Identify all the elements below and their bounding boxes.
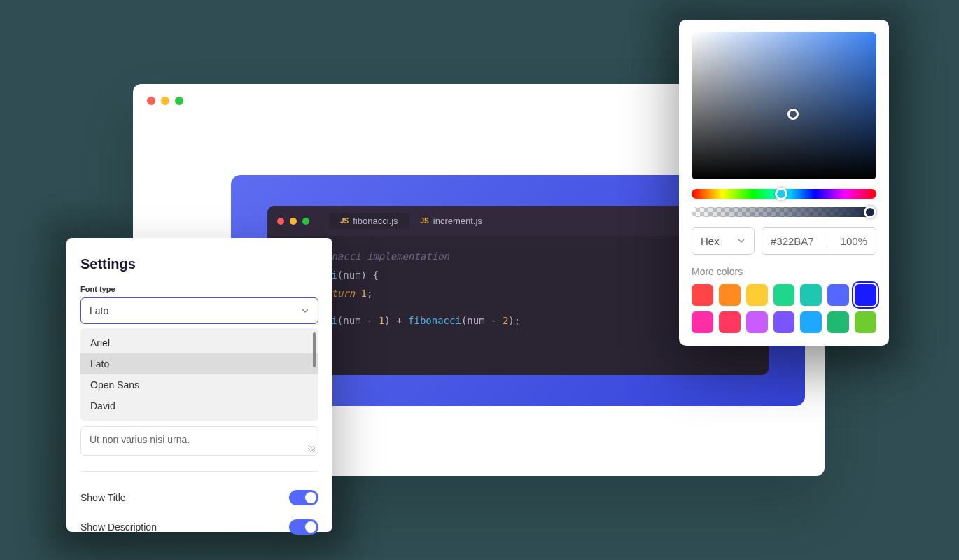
settings-panel: Settings Font type Lato Ariel Lato Open …	[66, 238, 332, 532]
color-swatch[interactable]	[692, 284, 713, 306]
font-type-label: Font type	[80, 285, 318, 293]
tab-increment[interactable]: JS increment.js	[410, 213, 493, 229]
color-swatch[interactable]	[774, 312, 795, 333]
toggle-label: Show Description	[80, 522, 157, 533]
chevron-down-icon	[737, 237, 746, 245]
toggle-label: Show Title	[80, 492, 126, 503]
show-description-toggle[interactable]	[289, 519, 318, 535]
hue-slider[interactable]	[692, 189, 876, 199]
close-icon[interactable]	[147, 97, 155, 105]
font-select[interactable]: Lato	[80, 298, 318, 324]
color-swatch[interactable]	[800, 312, 822, 333]
color-swatch[interactable]	[800, 284, 822, 306]
color-swatch[interactable]	[746, 284, 768, 306]
tab-label: increment.js	[433, 216, 482, 226]
hex-input[interactable]: #322BA7 100%	[762, 227, 876, 255]
color-picker: Hex #322BA7 100% More colors	[679, 20, 889, 346]
swatch-grid	[692, 284, 876, 333]
saturation-brightness-area[interactable]	[692, 32, 876, 179]
hex-value: #322BA7	[771, 235, 814, 247]
editor-tabs: JS fibonacci.js JS increment.js	[329, 213, 493, 229]
chevron-down-icon	[301, 307, 309, 315]
font-dropdown: Ariel Lato Open Sans David	[80, 328, 318, 421]
font-option-open-sans[interactable]: Open Sans	[80, 374, 318, 396]
color-swatch[interactable]	[774, 284, 795, 306]
editor-maximize-icon[interactable]	[302, 218, 309, 225]
tab-label: fibonacci.js	[353, 216, 398, 226]
preview-textarea[interactable]: Ut non varius nisi urna.	[80, 426, 318, 456]
color-mode-value: Hex	[701, 235, 720, 247]
code-token: );	[508, 315, 520, 326]
font-select-value: Lato	[90, 305, 108, 316]
alpha-slider[interactable]	[692, 207, 876, 217]
color-swatch[interactable]	[827, 312, 849, 333]
color-swatch[interactable]	[855, 312, 876, 333]
color-mode-select[interactable]: Hex	[692, 227, 755, 255]
preview-text: Ut non varius nisi urna.	[90, 434, 190, 445]
code-token: (num) {	[337, 270, 379, 281]
alpha-thumb[interactable]	[864, 206, 876, 218]
resize-handle-icon[interactable]	[308, 445, 315, 452]
editor-close-icon[interactable]	[277, 218, 284, 225]
font-option-david[interactable]: David	[80, 396, 318, 416]
maximize-icon[interactable]	[175, 97, 183, 105]
settings-title: Settings	[80, 256, 318, 272]
color-swatch[interactable]	[746, 312, 768, 333]
color-swatch[interactable]	[827, 284, 849, 306]
toggle-row-show-description: Show Description	[80, 512, 318, 542]
scrollbar-thumb[interactable]	[313, 332, 316, 368]
opacity-value: 100%	[841, 235, 867, 247]
separator	[827, 234, 827, 247]
color-swatch[interactable]	[692, 312, 713, 333]
js-file-icon: JS	[421, 217, 429, 225]
font-option-ariel[interactable]: Ariel	[80, 332, 318, 354]
minimize-icon[interactable]	[161, 97, 169, 105]
code-token: 1	[355, 288, 367, 299]
divider	[80, 471, 318, 472]
editor-minimize-icon[interactable]	[290, 218, 297, 225]
tab-fibonacci[interactable]: JS fibonacci.js	[329, 213, 410, 229]
code-token: (num -	[337, 315, 379, 326]
color-swatch[interactable]	[719, 312, 741, 333]
more-colors-label: More colors	[692, 266, 876, 277]
js-file-icon: JS	[340, 217, 349, 225]
font-option-lato[interactable]: Lato	[80, 354, 318, 374]
show-title-toggle[interactable]	[289, 490, 318, 505]
hue-thumb[interactable]	[775, 188, 788, 200]
code-token: (num -	[461, 315, 503, 326]
code-token: ) +	[384, 315, 408, 326]
code-token: fibonacci	[408, 315, 461, 326]
code-token: ;	[367, 288, 372, 299]
color-swatch[interactable]	[719, 284, 741, 306]
color-swatch[interactable]	[855, 284, 876, 306]
toggle-row-show-title: Show Title	[80, 483, 318, 512]
color-cursor-icon[interactable]	[788, 108, 799, 120]
